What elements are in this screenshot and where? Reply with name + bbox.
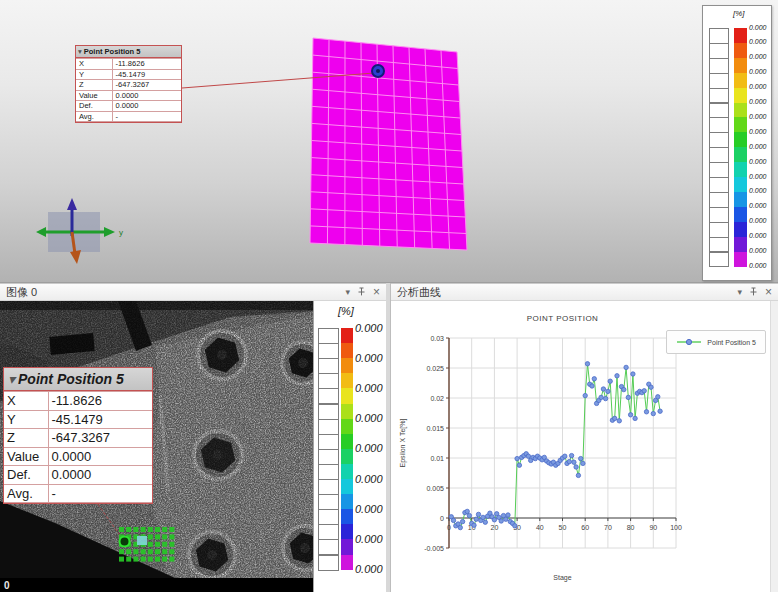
- data-point[interactable]: [492, 518, 496, 522]
- pin-icon[interactable]: [357, 287, 366, 298]
- legend-checkbox[interactable]: [709, 88, 729, 104]
- data-point[interactable]: [458, 525, 462, 529]
- legend-checkbox[interactable]: [709, 222, 729, 238]
- data-point[interactable]: [579, 456, 583, 460]
- data-point[interactable]: [569, 453, 573, 457]
- collapse-icon[interactable]: ▾: [78, 47, 82, 56]
- legend-checkbox[interactable]: [318, 539, 339, 555]
- legend-checkbox[interactable]: [709, 147, 729, 163]
- legend-checkbox[interactable]: [318, 479, 339, 495]
- legend-checkbox[interactable]: [709, 43, 729, 59]
- measurement-point-image[interactable]: [120, 537, 130, 547]
- legend-checkbox[interactable]: [709, 58, 729, 74]
- legend-checkbox[interactable]: [318, 555, 339, 571]
- legend-checkbox[interactable]: [318, 388, 339, 404]
- data-point[interactable]: [606, 389, 610, 393]
- data-point[interactable]: [633, 416, 637, 420]
- data-point[interactable]: [624, 365, 628, 369]
- data-point[interactable]: [563, 454, 567, 458]
- data-point[interactable]: [631, 372, 635, 376]
- data-point[interactable]: [504, 517, 508, 521]
- data-point[interactable]: [583, 393, 587, 397]
- legend-checkbox[interactable]: [318, 343, 339, 359]
- data-point[interactable]: [581, 461, 585, 465]
- data-point[interactable]: [622, 387, 626, 391]
- data-point[interactable]: [506, 513, 510, 517]
- data-point[interactable]: [599, 395, 603, 399]
- close-icon[interactable]: ×: [765, 286, 772, 298]
- legend-checkbox[interactable]: [709, 73, 729, 89]
- data-point[interactable]: [651, 411, 655, 415]
- legend-checkbox[interactable]: [318, 419, 339, 435]
- data-point[interactable]: [572, 460, 576, 464]
- legend-checkbox[interactable]: [709, 207, 729, 223]
- legend-checkbox[interactable]: [318, 449, 339, 465]
- data-point[interactable]: [656, 395, 660, 399]
- data-point[interactable]: [603, 396, 607, 400]
- data-point[interactable]: [585, 362, 589, 366]
- data-point[interactable]: [460, 519, 464, 523]
- panel-menu-icon[interactable]: ▾: [345, 288, 350, 297]
- data-point[interactable]: [576, 473, 580, 477]
- close-icon[interactable]: ×: [373, 286, 380, 298]
- data-point[interactable]: [590, 384, 594, 388]
- legend-checkbox[interactable]: [318, 404, 339, 420]
- data-point[interactable]: [472, 523, 476, 527]
- data-point[interactable]: [628, 413, 632, 417]
- legend-checkbox[interactable]: [709, 237, 729, 253]
- data-point[interactable]: [451, 518, 455, 522]
- legend-checkbox[interactable]: [709, 177, 729, 193]
- image-view[interactable]: 0 ▾ Point Position 5 X-11.8626Y-45.1479Z…: [0, 301, 386, 592]
- data-point[interactable]: [513, 524, 517, 528]
- legend-checkbox[interactable]: [318, 524, 339, 540]
- data-point[interactable]: [642, 389, 646, 393]
- panel-menu-icon[interactable]: ▾: [737, 288, 742, 297]
- legend-checkbox[interactable]: [318, 434, 339, 450]
- legend-checkbox[interactable]: [318, 358, 339, 374]
- point-data-value: -11.8626: [112, 59, 181, 70]
- legend-checkbox[interactable]: [709, 117, 729, 133]
- data-point[interactable]: [515, 456, 519, 460]
- legend-checkbox[interactable]: [318, 509, 339, 525]
- data-point[interactable]: [608, 379, 612, 383]
- legend-checkbox[interactable]: [318, 328, 339, 344]
- data-point[interactable]: [483, 520, 487, 524]
- data-point[interactable]: [517, 463, 521, 467]
- legend-checkbox[interactable]: [318, 373, 339, 389]
- collapse-icon[interactable]: ▾: [8, 371, 15, 387]
- legend-checkbox[interactable]: [709, 132, 729, 148]
- data-point[interactable]: [467, 513, 471, 517]
- data-point[interactable]: [601, 387, 605, 391]
- legend-checkbox[interactable]: [318, 464, 339, 480]
- image-panel-header[interactable]: 图像 0 ▾ ×: [0, 283, 386, 301]
- data-point[interactable]: [465, 509, 469, 513]
- point-label-3d[interactable]: ▾ Point Position 5 X-11.8626Y-45.1479Z-6…: [75, 45, 182, 123]
- data-point[interactable]: [499, 519, 503, 523]
- pin-icon[interactable]: [749, 287, 758, 298]
- data-point[interactable]: [644, 410, 648, 414]
- data-point[interactable]: [617, 419, 621, 423]
- measurement-point[interactable]: [372, 65, 384, 77]
- data-point[interactable]: [567, 459, 571, 463]
- chart-legend[interactable]: Point Position 5: [666, 330, 766, 354]
- legend-checkbox[interactable]: [709, 28, 729, 44]
- data-point[interactable]: [526, 454, 530, 458]
- chart-panel-header[interactable]: 分析曲线 ▾ ×: [391, 283, 778, 301]
- legend-checkbox[interactable]: [709, 192, 729, 208]
- data-point[interactable]: [474, 517, 478, 521]
- data-point[interactable]: [658, 409, 662, 413]
- data-point[interactable]: [615, 374, 619, 378]
- legend-checkbox[interactable]: [709, 252, 729, 268]
- point-label-image[interactable]: ▾ Point Position 5 X-11.8626Y-45.1479Z-6…: [3, 367, 153, 504]
- data-point[interactable]: [626, 395, 630, 399]
- legend-checkbox[interactable]: [709, 162, 729, 178]
- data-point[interactable]: [574, 465, 578, 469]
- data-point[interactable]: [613, 416, 617, 420]
- legend-checkbox[interactable]: [709, 103, 729, 119]
- viewport-3d[interactable]: y ▾ Point Position 5 X-11.8626Y-45.1479Z…: [0, 0, 778, 283]
- data-point[interactable]: [592, 377, 596, 381]
- data-point[interactable]: [649, 385, 653, 389]
- data-point[interactable]: [481, 515, 485, 519]
- legend-checkbox[interactable]: [318, 494, 339, 510]
- data-point[interactable]: [476, 512, 480, 516]
